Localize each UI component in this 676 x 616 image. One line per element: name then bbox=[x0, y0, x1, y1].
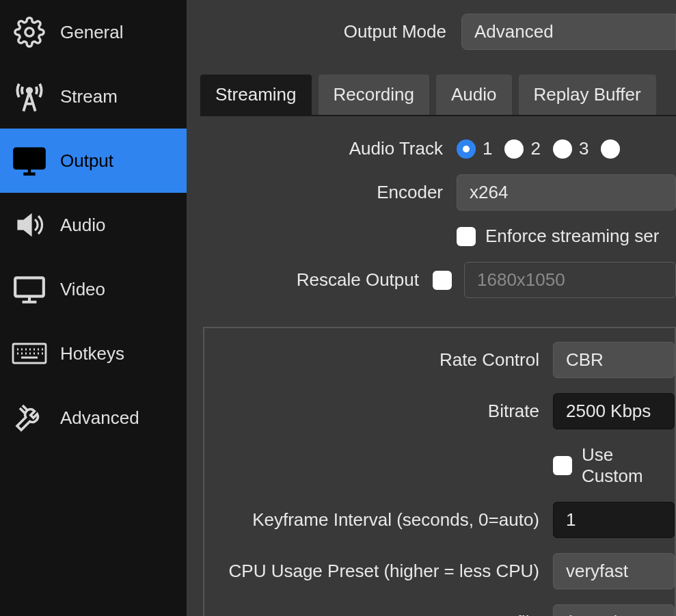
audio-track-radio-3[interactable]: 3 bbox=[553, 138, 589, 159]
audio-track-radio-2[interactable]: 2 bbox=[504, 138, 540, 159]
sidebar-item-label: Audio bbox=[60, 215, 106, 236]
cpu-preset-label: CPU Usage Preset (higher = less CPU) bbox=[204, 561, 539, 582]
sidebar-item-label: Output bbox=[60, 150, 113, 172]
sidebar-item-label: General bbox=[60, 22, 124, 43]
keyframe-input[interactable]: 1 bbox=[553, 502, 675, 538]
tab-replay-buffer[interactable]: Replay Buffer bbox=[519, 75, 656, 115]
bitrate-label: Bitrate bbox=[204, 401, 539, 422]
rate-control-label: Rate Control bbox=[204, 349, 539, 371]
enforce-checkbox-row[interactable]: Enforce streaming ser bbox=[457, 226, 659, 247]
profile-select[interactable]: (None) bbox=[553, 604, 675, 616]
encoder-select[interactable]: x264 bbox=[457, 174, 676, 211]
sidebar-item-label: Advanced bbox=[60, 407, 139, 429]
svg-rect-3 bbox=[15, 278, 44, 296]
radio-icon bbox=[457, 139, 476, 159]
monitor-icon bbox=[10, 272, 48, 306]
antenna-icon bbox=[10, 79, 48, 113]
main-content: Output Mode Advanced Streaming Recording… bbox=[188, 0, 676, 616]
sidebar-item-label: Hotkeys bbox=[60, 343, 124, 364]
sidebar-item-output[interactable]: Output bbox=[0, 129, 187, 193]
sidebar-item-label: Stream bbox=[60, 86, 118, 107]
audio-track-radio-4[interactable] bbox=[601, 139, 620, 159]
speaker-icon bbox=[10, 208, 48, 242]
sidebar-item-hotkeys[interactable]: Hotkeys bbox=[0, 321, 187, 386]
sidebar-item-label: Video bbox=[60, 279, 105, 300]
profile-label: Profile bbox=[204, 612, 539, 616]
bitrate-input[interactable]: 2500 Kbps bbox=[553, 393, 675, 429]
use-custom-label: Use Custom bbox=[582, 444, 675, 487]
sidebar: General Stream Output Audio Video bbox=[0, 0, 188, 616]
tab-streaming[interactable]: Streaming bbox=[200, 75, 312, 115]
encoder-label: Encoder bbox=[200, 182, 443, 203]
sidebar-item-video[interactable]: Video bbox=[0, 257, 187, 321]
sidebar-item-audio[interactable]: Audio bbox=[0, 193, 187, 257]
keyboard-icon bbox=[10, 336, 48, 371]
radio-icon bbox=[553, 139, 572, 159]
checkbox-icon bbox=[457, 227, 476, 246]
rate-control-select[interactable]: CBR bbox=[553, 342, 675, 378]
rescale-value: 1680x1050 bbox=[464, 262, 676, 298]
radio-icon bbox=[504, 139, 524, 159]
enforce-label: Enforce streaming ser bbox=[485, 226, 659, 247]
rescale-label: Rescale Output bbox=[200, 269, 419, 291]
keyframe-label: Keyframe Interval (seconds, 0=auto) bbox=[204, 509, 539, 531]
tabs: Streaming Recording Audio Replay Buffer bbox=[200, 75, 676, 116]
tools-icon bbox=[10, 401, 48, 435]
output-monitor-icon bbox=[10, 144, 48, 178]
sidebar-item-general[interactable]: General bbox=[0, 0, 187, 64]
tab-audio[interactable]: Audio bbox=[436, 75, 512, 115]
audio-track-radio-1[interactable]: 1 bbox=[457, 138, 492, 159]
rescale-checkbox[interactable] bbox=[433, 271, 452, 290]
svg-point-0 bbox=[25, 28, 33, 36]
sidebar-item-advanced[interactable]: Advanced bbox=[0, 386, 187, 450]
use-custom-checkbox-row[interactable]: Use Custom bbox=[553, 444, 675, 487]
checkbox-icon bbox=[553, 456, 572, 475]
tab-recording[interactable]: Recording bbox=[319, 75, 430, 115]
output-mode-label: Output Mode bbox=[200, 21, 446, 42]
cpu-preset-select[interactable]: veryfast bbox=[553, 553, 675, 589]
encoder-settings-panel: Rate Control CBR Bitrate 2500 Kbps Use C… bbox=[203, 327, 676, 616]
gear-icon bbox=[10, 15, 48, 49]
audio-track-label: Audio Track bbox=[200, 138, 443, 159]
sidebar-item-stream[interactable]: Stream bbox=[0, 64, 187, 129]
radio-icon bbox=[601, 139, 620, 159]
output-mode-select[interactable]: Advanced bbox=[461, 14, 676, 50]
